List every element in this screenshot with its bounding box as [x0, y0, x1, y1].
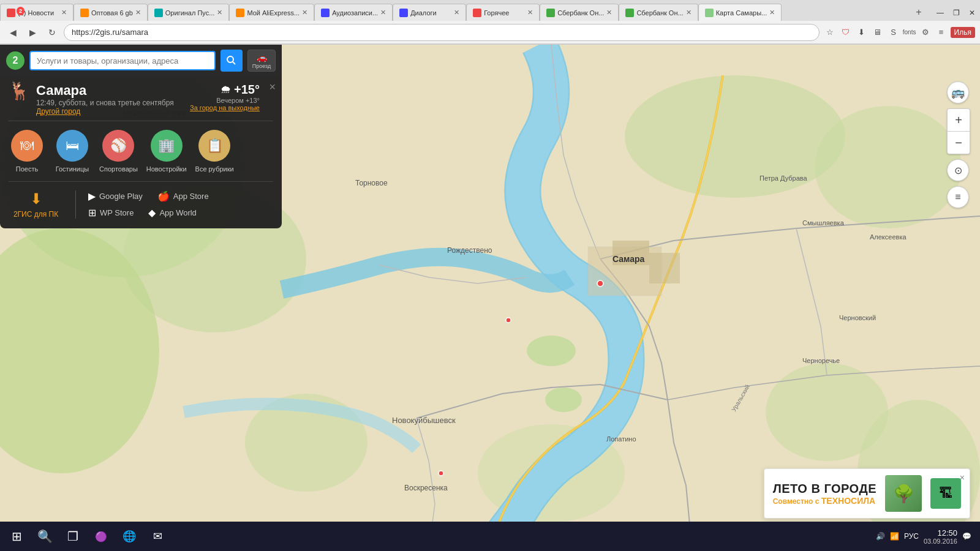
- fonts-icon[interactable]: fonts: [903, 26, 916, 39]
- category-Гостиницы[interactable]: 🛏 Гостиницы: [54, 130, 91, 173]
- svg-text:Черноречье: Черноречье: [802, 357, 840, 364]
- viber-taskbar-button[interactable]: 🟣: [88, 523, 114, 549]
- weather-icon: 🌧: [221, 83, 232, 96]
- forward-button[interactable]: ▶: [24, 24, 40, 40]
- minimize-button[interactable]: —: [932, 5, 948, 21]
- category-label: Новостройки: [146, 165, 187, 173]
- notifications-icon[interactable]: 💬: [962, 532, 971, 541]
- chrome-taskbar-button[interactable]: 🌐: [116, 523, 142, 549]
- svg-point-5: [625, 75, 845, 198]
- categories-row: 🍽 Поесть 🛏 Гостиницы ⚾ Спортовары 🏢 Ново…: [9, 126, 273, 176]
- start-button[interactable]: ⊞: [4, 523, 29, 549]
- new-tab-button[interactable]: +: [910, 4, 927, 21]
- city-animal-icon: 🦌: [9, 83, 30, 100]
- tab-favicon: [546, 9, 555, 17]
- back-button[interactable]: ◀: [5, 24, 21, 40]
- other-city-link[interactable]: Другой город: [36, 107, 174, 116]
- svg-text:Новокуйбышевск: Новокуйбышевск: [392, 416, 456, 425]
- tab-title: Сбербанк Он...: [557, 9, 604, 17]
- download-pc-button[interactable]: ⬇ 2ГИС для ПК: [9, 190, 76, 219]
- browser-tab-t6[interactable]: Диалоги ✕: [393, 4, 466, 21]
- browser-tab-t1[interactable]: 2 (2) Новости ✕: [0, 4, 74, 21]
- tab-favicon: [236, 9, 244, 17]
- browser-tab-t3[interactable]: Оригинал Пус... ✕: [148, 4, 230, 21]
- skype-icon[interactable]: S: [887, 26, 900, 39]
- close-button[interactable]: ✕: [964, 5, 980, 21]
- user-button[interactable]: Илья: [951, 27, 975, 38]
- store-link-wp-store[interactable]: ⊞ WP Store: [88, 207, 134, 219]
- task-view-button[interactable]: ❐: [60, 523, 86, 549]
- browser-tab-t5[interactable]: Аудиозаписи... ✕: [314, 4, 393, 21]
- browser-tab-t4[interactable]: Мой AliExpress... ✕: [229, 4, 314, 21]
- browser-tab-t10[interactable]: Карта Самары... ✕: [698, 4, 782, 21]
- locate-button[interactable]: ⊙: [947, 159, 969, 181]
- weather-temp: +15°: [234, 83, 260, 97]
- reload-button[interactable]: ↻: [44, 24, 60, 40]
- category-Поесть[interactable]: 🍽 Поесть: [9, 130, 45, 173]
- svg-text:Лопатино: Лопатино: [606, 435, 636, 443]
- tab-close-icon[interactable]: ✕: [527, 9, 533, 17]
- system-clock[interactable]: 12:50 03.09.2016: [924, 528, 957, 545]
- browser-tab-t9[interactable]: Сбербанк Он... ✕: [619, 4, 698, 21]
- store-link-app-store[interactable]: 🍎 App Store: [157, 190, 209, 202]
- shield-icon[interactable]: 🛡: [839, 26, 853, 39]
- maximize-button[interactable]: ❐: [948, 5, 964, 21]
- zoom-out-button[interactable]: −: [948, 132, 970, 154]
- store-icon: ◆: [148, 207, 156, 219]
- tab-close-icon[interactable]: ✕: [217, 9, 222, 17]
- tab-badge: 2: [17, 7, 24, 15]
- store-name: Google Play: [99, 192, 143, 201]
- transport-layer-button[interactable]: 🚌: [947, 81, 969, 103]
- menu-icon[interactable]: ≡: [935, 26, 948, 39]
- svg-text:Самара: Самара: [612, 254, 645, 264]
- browser-tab-t2[interactable]: Оптовая 6 gb ✕: [74, 4, 148, 21]
- store-icon: ⊞: [88, 207, 96, 219]
- gis-panel: 2 🚗 Проезд ×: [0, 45, 282, 228]
- route-button[interactable]: 🚗 Проезд: [247, 50, 276, 72]
- tab-close-icon[interactable]: ✕: [686, 9, 692, 17]
- tab-close-icon[interactable]: ✕: [380, 9, 386, 17]
- layers-button[interactable]: ≡: [947, 186, 969, 208]
- settings-icon[interactable]: ⚙: [919, 26, 932, 39]
- category-label: Гостиницы: [56, 165, 89, 173]
- tab-title: Мой AliExpress...: [247, 9, 300, 17]
- browser-tab-t8[interactable]: Сбербанк Он... ✕: [540, 4, 619, 21]
- mail-taskbar-button[interactable]: ✉: [145, 523, 170, 549]
- bottom-banner: × ЛЕТО В ГОРОДЕ Совместно с ТЕХНОСИЛА 🌳 …: [764, 468, 970, 519]
- store-link-app-world[interactable]: ◆ App World: [148, 207, 196, 219]
- city-panel-close-button[interactable]: ×: [269, 81, 276, 92]
- search-taskbar-button[interactable]: 🔍: [32, 523, 58, 549]
- store-link-google-play[interactable]: ▶ Google Play: [88, 190, 143, 202]
- category-Новостройки[interactable]: 🏢 Новостройки: [146, 130, 187, 173]
- download-manager-icon[interactable]: ⬇: [855, 26, 869, 39]
- svg-point-16: [439, 471, 443, 476]
- store-icon: ▶: [88, 190, 96, 202]
- screen-icon[interactable]: 🖥: [871, 26, 884, 39]
- category-Все рубрики[interactable]: 📋 Все рубрики: [195, 130, 234, 173]
- wifi-icon[interactable]: 📶: [890, 532, 899, 541]
- tab-close-icon[interactable]: ✕: [606, 9, 612, 17]
- store-name: App World: [159, 208, 196, 217]
- volume-icon[interactable]: 🔊: [876, 532, 885, 541]
- tab-close-icon[interactable]: ✕: [61, 9, 67, 17]
- tab-favicon: [154, 9, 163, 17]
- search-input[interactable]: [29, 51, 216, 70]
- map-controls-right: 🚌 + − ⊙ ≡: [947, 81, 970, 208]
- tab-close-icon[interactable]: ✕: [769, 9, 775, 17]
- tab-title: Оптовая 6 gb: [91, 9, 133, 17]
- browser-tab-t7[interactable]: Горячее ✕: [466, 4, 540, 21]
- category-icon: 🛏: [56, 130, 88, 162]
- banner-close-button[interactable]: ×: [960, 473, 965, 482]
- address-input[interactable]: [64, 24, 820, 41]
- svg-text:Алексеевка: Алексеевка: [870, 233, 907, 241]
- weather-weekend-link[interactable]: За город на выходные: [190, 104, 260, 111]
- bookmark-icon[interactable]: ☆: [823, 26, 837, 39]
- tab-close-icon[interactable]: ✕: [454, 9, 459, 17]
- language-indicator[interactable]: РУС: [904, 532, 919, 541]
- zoom-in-button[interactable]: +: [948, 109, 970, 131]
- tab-close-icon[interactable]: ✕: [302, 9, 307, 17]
- category-Спортовары[interactable]: ⚾ Спортовары: [99, 130, 138, 173]
- search-button[interactable]: [221, 50, 243, 72]
- tab-close-icon[interactable]: ✕: [135, 9, 141, 17]
- svg-point-10: [527, 335, 576, 366]
